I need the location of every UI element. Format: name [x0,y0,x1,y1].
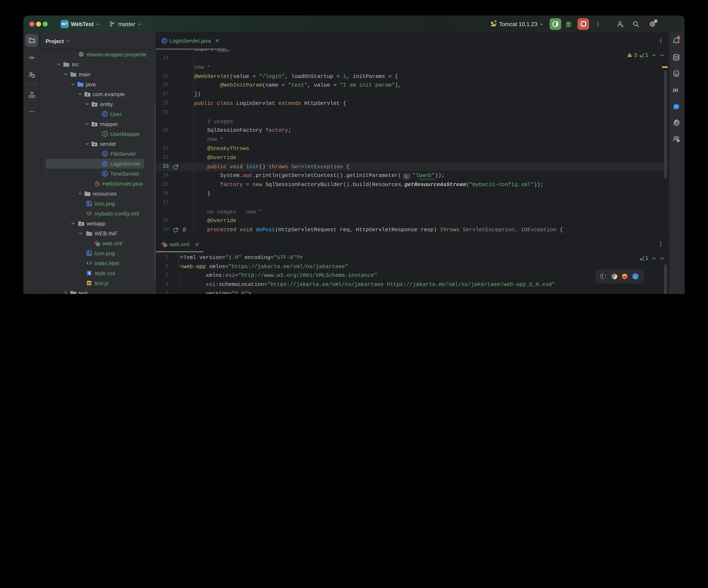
svg-text:?: ? [32,74,34,78]
svg-text:JS: JS [87,281,91,285]
svg-text:IJ: IJ [602,275,603,277]
svg-text:3: 3 [88,271,90,275]
svg-text:C: C [104,152,106,156]
svg-text:C: C [104,172,106,176]
svg-text:C: C [104,162,106,166]
svg-text:C: C [104,112,106,116]
svg-text:C: C [163,39,166,43]
svg-text:I: I [104,132,105,136]
